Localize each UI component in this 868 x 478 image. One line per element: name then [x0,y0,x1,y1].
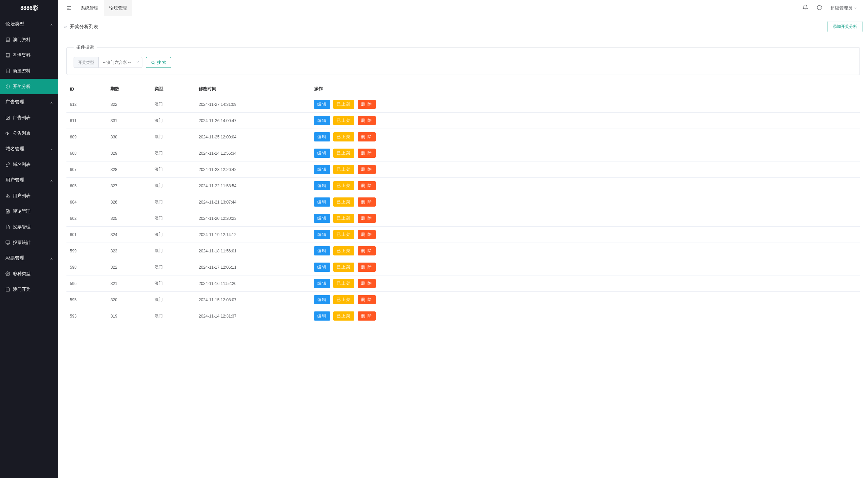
status-button[interactable]: 已上架 [333,295,354,304]
sidebar-item[interactable]: 评论管理 [0,204,58,219]
edit-button[interactable]: 编辑 [314,116,330,125]
edit-button[interactable]: 编辑 [314,311,330,321]
sidebar-item[interactable]: 广告列表 [0,110,58,126]
status-button[interactable]: 已上架 [333,165,354,174]
sidebar-section-header[interactable]: 广告管理 [0,94,58,110]
cell-ops: 编辑 已上架 删 除 [311,145,860,161]
link-icon [5,162,10,167]
sidebar-item[interactable]: 投票統計 [0,235,58,250]
sidebar-item[interactable]: 域名列表 [0,157,58,172]
svg-point-21 [152,61,154,64]
delete-button[interactable]: 删 除 [358,279,376,288]
status-button[interactable]: 已上架 [333,100,354,109]
cell-type: 澳门 [151,275,195,292]
edit-button[interactable]: 编辑 [314,279,330,288]
sidebar-item[interactable]: 开奖分析 [0,79,58,94]
header-tab[interactable]: 论坛管理 [104,0,132,16]
cell-period: 328 [107,161,151,178]
svg-point-2 [7,117,7,117]
delete-button[interactable]: 删 除 [358,197,376,207]
edit-button[interactable]: 编辑 [314,132,330,141]
status-button[interactable]: 已上架 [333,116,354,125]
calendar-icon [5,287,10,292]
cell-time: 2024-11-25 12:00:04 [195,129,311,145]
edit-button[interactable]: 编辑 [314,214,330,223]
user-name: 超级管理员 [830,5,852,11]
status-button[interactable]: 已上架 [333,132,354,141]
cell-type: 澳门 [151,96,195,113]
edit-button[interactable]: 编辑 [314,165,330,174]
sidebar-item[interactable]: 澳门开奖 [0,282,58,297]
delete-button[interactable]: 删 除 [358,116,376,125]
chevron-down-icon [136,60,140,65]
sidebar-item-label: 彩种类型 [13,271,31,277]
sidebar-nav: 论坛类型澳门资料香港资料新澳资料开奖分析广告管理广告列表公告列表域名管理域名列表… [0,16,58,297]
sidebar-section-label: 广告管理 [5,99,24,105]
sidebar-section-header[interactable]: 域名管理 [0,141,58,157]
status-button[interactable]: 已上架 [333,246,354,255]
sidebar-item[interactable]: 新澳资料 [0,63,58,79]
status-button[interactable]: 已上架 [333,181,354,190]
delete-button[interactable]: 删 除 [358,263,376,272]
sidebar-section-header[interactable]: 论坛类型 [0,16,58,32]
search-button[interactable]: 搜 索 [146,57,171,68]
doc-icon [5,209,10,214]
sidebar-section-header[interactable]: 用户管理 [0,172,58,188]
status-button[interactable]: 已上架 [333,263,354,272]
edit-button[interactable]: 编辑 [314,181,330,190]
sidebar-item[interactable]: 投票管理 [0,219,58,235]
sidebar-item[interactable]: 澳门资料 [0,32,58,47]
delete-button[interactable]: 删 除 [358,295,376,304]
status-button[interactable]: 已上架 [333,214,354,223]
status-button[interactable]: 已上架 [333,197,354,207]
status-button[interactable]: 已上架 [333,279,354,288]
users-icon [5,193,10,198]
sidebar-item[interactable]: 用户列表 [0,188,58,204]
delete-button[interactable]: 删 除 [358,165,376,174]
speaker-icon [5,131,10,136]
add-analysis-button[interactable]: 添加开奖分析 [827,21,863,32]
table-row: 595 320 澳门 2024-11-15 12:08:07 编辑 已上架 删 … [66,292,860,308]
edit-button[interactable]: 编辑 [314,197,330,207]
sidebar-toggle[interactable] [62,2,75,14]
sidebar: 8886彩 论坛类型澳门资料香港资料新澳资料开奖分析广告管理广告列表公告列表域名… [0,0,58,478]
sidebar-item[interactable]: 公告列表 [0,126,58,141]
delete-button[interactable]: 删 除 [358,214,376,223]
edit-button[interactable]: 编辑 [314,263,330,272]
table-row: 609 330 澳门 2024-11-25 12:00:04 编辑 已上架 删 … [66,129,860,145]
status-button[interactable]: 已上架 [333,149,354,158]
edit-button[interactable]: 编辑 [314,295,330,304]
delete-button[interactable]: 删 除 [358,181,376,190]
edit-button[interactable]: 编辑 [314,100,330,109]
delete-button[interactable]: 删 除 [358,246,376,255]
cell-type: 澳门 [151,145,195,161]
sidebar-section-header[interactable]: 彩票管理 [0,250,58,266]
cell-time: 2024-11-21 13:07:44 [195,194,311,210]
cell-id: 608 [66,145,107,161]
sidebar-item[interactable]: 彩种类型 [0,266,58,282]
notification-icon[interactable] [802,4,808,12]
sidebar-item[interactable]: 香港资料 [0,47,58,63]
delete-button[interactable]: 删 除 [358,149,376,158]
delete-button[interactable]: 删 除 [358,100,376,109]
svg-line-22 [154,63,155,64]
edit-button[interactable]: 编辑 [314,246,330,255]
user-menu[interactable]: 超级管理员 [830,5,857,11]
cell-id: 611 [66,113,107,129]
logo: 8886彩 [0,0,58,16]
sidebar-item-label: 开奖分析 [13,83,31,90]
edit-button[interactable]: 编辑 [314,230,330,239]
chevron-up-icon [50,178,53,182]
delete-button[interactable]: 删 除 [358,311,376,321]
status-button[interactable]: 已上架 [333,311,354,321]
edit-button[interactable]: 编辑 [314,149,330,158]
delete-button[interactable]: 删 除 [358,230,376,239]
chevron-up-icon [50,22,53,26]
header-tab[interactable]: 系统管理 [75,0,104,16]
sidebar-item-label: 香港资料 [13,52,31,58]
status-button[interactable]: 已上架 [333,230,354,239]
search-icon [151,60,155,65]
cell-ops: 编辑 已上架 删 除 [311,243,860,259]
delete-button[interactable]: 删 除 [358,132,376,141]
refresh-icon[interactable] [816,5,822,12]
